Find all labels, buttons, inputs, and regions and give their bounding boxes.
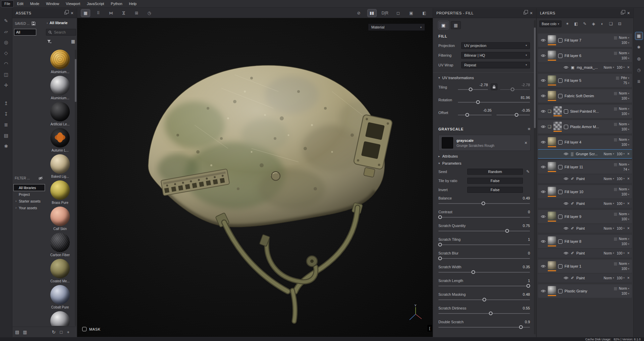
settings-icon[interactable]: ✱ [2, 142, 10, 150]
layer-blend-dropdown[interactable]: Norm▾ [619, 262, 629, 266]
snap-grid-icon[interactable]: ▦ [81, 9, 90, 17]
effect-blend-dropdown[interactable]: Norm▾ [604, 152, 614, 156]
library-tree-item[interactable]: All libraries [14, 184, 45, 191]
search-box[interactable] [46, 29, 76, 36]
asset-item[interactable]: Calf Skin [45, 207, 75, 233]
remove-effect-icon[interactable]: × [627, 152, 630, 156]
layer-row[interactable]: Fill layer 9 Norm▾ 100▾ [538, 210, 632, 223]
effect-blend-dropdown[interactable]: Norm▾ [604, 202, 614, 206]
param-slider-knob[interactable] [438, 215, 442, 219]
library-tree-item[interactable]: Project [14, 191, 45, 197]
layer-thumbnail[interactable] [548, 261, 556, 270]
visibility-eye-icon[interactable] [564, 202, 569, 205]
effect-blend-dropdown[interactable]: Norm▾ [604, 177, 614, 181]
pixel-grid-icon[interactable]: ⠿ [94, 9, 103, 17]
param-slider-knob[interactable] [481, 202, 485, 205]
refresh-icon[interactable]: ↻ [52, 330, 56, 334]
asset-item[interactable]: Brass Pure [45, 180, 75, 207]
layer-row[interactable]: Fill layer 11 Norm▾ 74▾ [538, 160, 632, 174]
effect-name[interactable]: Paint [576, 276, 601, 280]
asset-item[interactable]: Autumn L... [45, 128, 75, 154]
param-slider[interactable] [438, 299, 530, 300]
layer-thumbnail[interactable] [548, 35, 556, 44]
rotation-slider[interactable] [458, 102, 530, 103]
layer-opacity-dropdown[interactable]: 100▾ [622, 127, 629, 131]
dock-shader-icon[interactable]: ◍ [635, 55, 643, 62]
remove-effect-icon[interactable]: × [627, 201, 630, 206]
attributes-header[interactable]: ▸ Attributes [433, 152, 536, 160]
layer-effect-row[interactable]: ✐ Paint Norm▾ 100▾ × [538, 274, 632, 282]
visibility-eye-icon[interactable] [564, 251, 569, 255]
offset-v-slider-knob[interactable] [515, 113, 518, 117]
layer-name[interactable]: Fabric Soft Denim [565, 94, 612, 98]
dock-display-icon[interactable]: ✱ [635, 44, 643, 51]
effect-name[interactable]: mg_mask_... [577, 65, 601, 69]
layer-row[interactable]: ❏ Steel Painted R... Norm▾ 100▾ [538, 105, 632, 118]
layer-blend-dropdown[interactable]: Norm▾ [619, 163, 629, 166]
channel-dropdown[interactable]: Base colo ▾ [539, 20, 561, 27]
offset-u-slider[interactable] [458, 115, 492, 115]
frame-icon[interactable]: □ [60, 330, 63, 334]
menu-item[interactable]: Viewport [63, 1, 83, 7]
param-slider[interactable] [438, 286, 530, 286]
saved-filter-input[interactable] [14, 29, 36, 36]
effect-blend-dropdown[interactable]: Norm▾ [604, 66, 614, 69]
layer-name[interactable]: Steel Painted R... [570, 109, 612, 113]
eye-slash-icon[interactable] [38, 176, 43, 180]
layer-opacity-dropdown[interactable]: 100▾ [622, 143, 629, 147]
delete-layer-icon[interactable]: ⊟ [617, 21, 623, 27]
visibility-eye-icon[interactable] [564, 152, 569, 156]
effect-opacity-dropdown[interactable]: 100▾ [617, 251, 625, 255]
menu-item[interactable]: Help [126, 1, 140, 7]
effect-opacity-dropdown[interactable]: 100▾ [617, 276, 625, 280]
layer-name[interactable]: Plastic Armor M... [570, 125, 612, 129]
remove-effect-icon[interactable]: × [627, 65, 630, 70]
pause-engine-icon[interactable]: ▮▮ [368, 9, 376, 17]
tab-material-properties[interactable]: ▣ [438, 21, 448, 29]
layer-opacity-dropdown[interactable]: 100▾ [622, 56, 629, 60]
add-fill-layer-icon[interactable]: ◧ [573, 21, 579, 27]
layer-name[interactable]: Fill layer 1 [565, 264, 612, 268]
mask-indicator[interactable]: MASK [82, 327, 101, 331]
grayscale-resource-card[interactable]: grayscale Grunge Scratches Rough × [438, 135, 531, 151]
breadcrumb[interactable]: › All librarie [47, 21, 67, 25]
symmetry-x-icon[interactable]: ⋈ [107, 9, 115, 17]
layer-thumbnail[interactable] [553, 122, 562, 130]
asset-item[interactable] [45, 311, 75, 326]
layer-opacity-dropdown[interactable]: 100▾ [622, 292, 629, 295]
add-mask-icon[interactable]: ◐ [599, 21, 605, 27]
viewport-canvas[interactable] [77, 18, 433, 337]
thumbnail-grid-view-icon[interactable]: ▦ [71, 39, 75, 44]
layer-blend-dropdown[interactable]: Norm▾ [619, 138, 629, 141]
layer-opacity-dropdown[interactable]: 100▾ [622, 112, 629, 116]
paint-tool-icon[interactable]: ✎ [2, 17, 10, 25]
visibility-eye-icon[interactable] [541, 94, 546, 98]
effect-opacity-dropdown[interactable]: 100▾ [617, 177, 625, 181]
layer-effect-row[interactable]: ✐ Paint Norm▾ 100▾ × [538, 249, 632, 258]
material-mode-dropdown[interactable]: Material ▾ [368, 23, 425, 31]
tiling-slider[interactable] [458, 89, 488, 90]
list-view-icon[interactable]: ▤ [15, 330, 19, 334]
layer-name[interactable]: Fill layer 9 [565, 215, 612, 219]
layer-effect-row[interactable]: ▣ mg_mask_... Norm▾ 100▾ × [538, 63, 632, 72]
properties-scrollbar-thumb[interactable] [534, 27, 536, 128]
undock-panel-icon[interactable] [64, 12, 67, 14]
library-tree-item[interactable]: › Your assets [14, 205, 45, 211]
assets-scrollbar-thumb[interactable] [75, 59, 76, 102]
asset-item[interactable]: Artificial Le... [45, 102, 75, 128]
menu-item[interactable]: Mode [27, 1, 43, 7]
render-camera-icon[interactable]: ◧ [420, 9, 429, 17]
visibility-eye-icon[interactable] [541, 125, 546, 128]
tab-mask-properties[interactable]: ▦ [451, 21, 461, 29]
visibility-eye-icon[interactable] [541, 140, 546, 144]
enum-value-field[interactable]: Random [467, 169, 523, 175]
asset-item[interactable]: Aluminium... [45, 50, 75, 76]
remove-effect-icon[interactable]: × [627, 176, 630, 181]
layer-blend-dropdown[interactable]: Norm▾ [619, 212, 629, 216]
uv-transformations-header[interactable]: ▾ UV transformations [433, 72, 536, 81]
layer-effect-row[interactable]: ▒ Grunge Scr... Norm▾ 100▾ × [538, 150, 632, 158]
layer-opacity-dropdown[interactable]: 75▾ [623, 81, 629, 85]
param-slider-knob[interactable] [438, 257, 442, 260]
effect-opacity-dropdown[interactable]: 100▾ [617, 202, 625, 206]
enum-value-field[interactable]: False [467, 178, 523, 184]
